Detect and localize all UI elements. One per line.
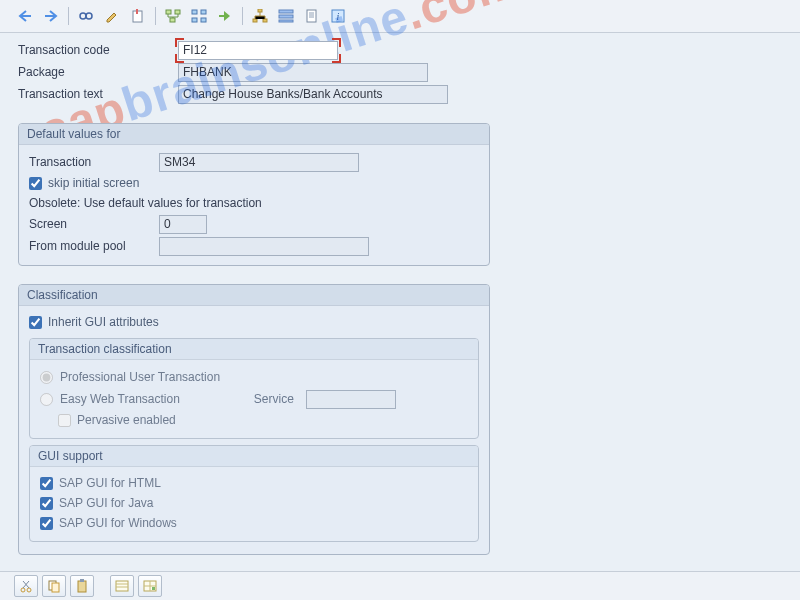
radio-easy-row: Easy Web Transaction Service: [40, 388, 468, 410]
object-list-icon[interactable]: [188, 5, 210, 27]
module-pool-field: [159, 237, 369, 256]
classification-group: Classification Inherit GUI attributes Tr…: [18, 284, 490, 555]
svg-rect-7: [192, 10, 197, 14]
documentation-icon[interactable]: [301, 5, 323, 27]
display-icon[interactable]: [75, 5, 97, 27]
radio-easy-input[interactable]: [40, 393, 53, 406]
radio-easy[interactable]: Easy Web Transaction: [40, 392, 180, 406]
transaction-code-label: Transaction code: [18, 43, 178, 57]
svg-rect-9: [192, 18, 197, 22]
gui-java-label: SAP GUI for Java: [59, 496, 153, 510]
gui-html-checkbox[interactable]: SAP GUI for HTML: [40, 473, 468, 493]
svg-rect-17: [307, 10, 316, 22]
svg-rect-11: [258, 9, 262, 12]
navigate-icon[interactable]: [214, 5, 236, 27]
pervasive-label: Pervasive enabled: [77, 413, 176, 427]
svg-rect-15: [279, 15, 293, 18]
skip-initial-checkbox[interactable]: skip initial screen: [29, 173, 479, 193]
screen-field: 0: [159, 215, 207, 234]
svg-rect-14: [279, 10, 293, 13]
radio-professional-label: Professional User Transaction: [60, 370, 220, 384]
transaction-text-label: Transaction text: [18, 87, 178, 101]
radio-professional[interactable]: Professional User Transaction: [40, 366, 468, 388]
hierarchy1-icon[interactable]: [249, 5, 271, 27]
back-arrow-icon[interactable]: [14, 5, 36, 27]
transaction-classification-title: Transaction classification: [30, 339, 478, 360]
toolbar-separator: [68, 7, 69, 25]
pervasive-checkbox[interactable]: Pervasive enabled: [58, 410, 468, 430]
package-field: FHBANK: [178, 63, 428, 82]
svg-rect-16: [279, 20, 293, 22]
default-transaction-label: Transaction: [29, 155, 159, 169]
gui-win-input[interactable]: [40, 517, 53, 530]
svg-rect-8: [201, 10, 206, 14]
svg-rect-13: [263, 19, 267, 22]
svg-rect-5: [175, 10, 180, 14]
gui-support-title: GUI support: [30, 446, 478, 467]
application-toolbar: i: [0, 0, 800, 33]
service-label: Service: [254, 392, 294, 406]
transaction-text-field: Change House Banks/Bank Accounts: [178, 85, 448, 104]
gui-win-checkbox[interactable]: SAP GUI for Windows: [40, 513, 468, 533]
classification-title: Classification: [19, 285, 489, 306]
svg-rect-4: [166, 10, 171, 14]
svg-rect-10: [201, 18, 206, 22]
inherit-attributes-label: Inherit GUI attributes: [48, 315, 159, 329]
pervasive-input[interactable]: [58, 414, 71, 427]
gui-html-input[interactable]: [40, 477, 53, 490]
gui-java-input[interactable]: [40, 497, 53, 510]
gui-support-subgroup: GUI support SAP GUI for HTML SAP GUI for…: [29, 445, 479, 542]
toolbar-separator: [155, 7, 156, 25]
svg-rect-6: [170, 18, 175, 22]
svg-point-0: [80, 13, 86, 19]
info-icon[interactable]: i: [327, 5, 349, 27]
hierarchy2-icon[interactable]: [275, 5, 297, 27]
svg-rect-12: [253, 19, 257, 22]
default-values-group: Default values for Transaction SM34 skip…: [18, 123, 490, 266]
create-icon[interactable]: [127, 5, 149, 27]
transaction-code-focus: [178, 41, 338, 60]
gui-win-label: SAP GUI for Windows: [59, 516, 177, 530]
edit-icon[interactable]: [101, 5, 123, 27]
transaction-classification-subgroup: Transaction classification Professional …: [29, 338, 479, 439]
default-values-title: Default values for: [19, 124, 489, 145]
package-label: Package: [18, 65, 178, 79]
obsolete-text: Obsolete: Use default values for transac…: [29, 196, 262, 210]
svg-rect-3: [136, 9, 138, 14]
inherit-attributes-input[interactable]: [29, 316, 42, 329]
svg-point-1: [86, 13, 92, 19]
radio-easy-label: Easy Web Transaction: [60, 392, 180, 406]
radio-professional-input[interactable]: [40, 371, 53, 384]
skip-initial-input[interactable]: [29, 177, 42, 190]
module-pool-label: From module pool: [29, 239, 159, 253]
forward-arrow-icon[interactable]: [40, 5, 62, 27]
gui-html-label: SAP GUI for HTML: [59, 476, 161, 490]
svg-text:i: i: [337, 11, 340, 22]
default-transaction-field: SM34: [159, 153, 359, 172]
toolbar-separator: [242, 7, 243, 25]
where-used-icon[interactable]: [162, 5, 184, 27]
gui-java-checkbox[interactable]: SAP GUI for Java: [40, 493, 468, 513]
skip-initial-label: skip initial screen: [48, 176, 139, 190]
transaction-code-field[interactable]: [178, 41, 338, 60]
screen-label: Screen: [29, 217, 159, 231]
service-field: [306, 390, 396, 409]
inherit-attributes-checkbox[interactable]: Inherit GUI attributes: [29, 312, 479, 332]
